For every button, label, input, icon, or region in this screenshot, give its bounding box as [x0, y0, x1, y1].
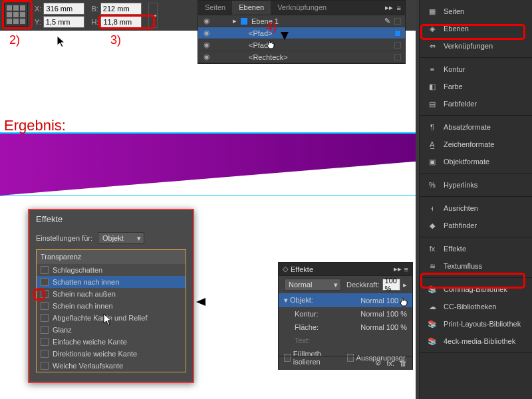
fx-icon: ◇ [283, 265, 288, 273]
effect-option[interactable]: Einfache weiche Kante [37, 336, 186, 348]
panel-item-commag-bibliothek[interactable]: 📚Commag-Bibliothek [420, 281, 532, 298]
color-icon: ◧ [426, 80, 438, 92]
effect-option[interactable]: Abgeflachte Kante und Relief [37, 312, 186, 324]
opacity-label: Deckkraft: [346, 281, 380, 289]
effect-option-label: Schlagschatten [53, 266, 102, 274]
panel-item-objektformate[interactable]: ▣Objektformate [420, 153, 532, 170]
x-label: X: [35, 5, 41, 13]
effect-option[interactable]: Schein nach außen [37, 288, 186, 300]
layers-panel: Seiten Ebenen Verknüpfungen ▸▸≡ ◉ ▸ Eben… [198, 0, 406, 64]
panel-item-label: Print-Layouts-Bibliothek [444, 320, 521, 328]
visibility-icon[interactable]: ◉ [202, 53, 211, 61]
panel-item-label: Zeichenformate [444, 140, 494, 148]
panel-item-farbfelder[interactable]: ▤Farbfelder [420, 95, 532, 112]
clear-fx-icon[interactable]: ⊘ [375, 358, 381, 367]
effect-checkbox[interactable] [41, 290, 49, 298]
trash-icon[interactable]: 🗑 [400, 359, 407, 367]
effect-checkbox[interactable] [41, 302, 49, 310]
effect-option-label: Direktionale weiche Kante [53, 350, 137, 358]
effect-checkbox[interactable] [41, 314, 49, 322]
fx-icon: fx [426, 243, 438, 255]
visibility-icon[interactable]: ◉ [202, 29, 211, 37]
effect-option[interactable]: Schatten nach innen [37, 276, 186, 288]
panel-item-textumfluss[interactable]: ≋Textumfluss [420, 257, 532, 275]
panel-item-seiten[interactable]: ▦Seiten [420, 3, 532, 20]
panel-item-absatzformate[interactable]: ¶Absatzformate [420, 118, 532, 136]
effect-option[interactable]: Glanz [37, 324, 186, 336]
y-field[interactable]: 1,5 mm [43, 16, 84, 28]
panel-item-zeichenformate[interactable]: A̲Zeichenformate [420, 136, 532, 153]
effect-option[interactable]: Schein nach innen [37, 300, 186, 312]
lib-icon: 📚 [426, 283, 438, 295]
effect-option[interactable]: Schlagschatten [37, 264, 186, 276]
reference-point-grid[interactable] [4, 3, 28, 27]
panel-collapse-icon[interactable]: ▸▸ [394, 265, 402, 273]
panel-item-label: Verknüpfungen [444, 42, 493, 50]
panel-item-label: Farbfelder [444, 100, 477, 108]
tab-ebenen[interactable]: Ebenen [232, 1, 271, 15]
purple-gradient-shape [0, 132, 416, 196]
panel-item-cc-bibliotheken[interactable]: ☁CC-Bibliotheken [420, 298, 532, 315]
opacity-slider-icon[interactable]: ▸ [403, 281, 407, 289]
result-label: Ergebnis: [4, 117, 66, 134]
obj-icon: ▣ [426, 156, 438, 168]
h-field[interactable]: 11,8 mm [100, 16, 142, 28]
effect-option-label: Schein nach außen [53, 290, 116, 298]
right-panel-dock: ▦Seiten◈Ebenen⇔Verknüpfungen≡Kontur◧Farb… [419, 0, 532, 399]
links-icon: ⇔ [426, 40, 438, 52]
effects-list: Transparenz SchlagschattenSchatten nach … [36, 249, 186, 372]
panel-item-label: Effekte [444, 245, 466, 253]
panel-item-4eck-media-bibliothek[interactable]: 📚4eck-media-Bibliothek [420, 332, 532, 350]
effect-checkbox[interactable] [41, 326, 49, 334]
effect-option[interactable]: Weiche Verlaufskante [37, 360, 186, 372]
panel-item-ebenen[interactable]: ◈Ebenen [420, 20, 532, 37]
panel-item-label: Kontur [444, 65, 465, 73]
effect-checkbox[interactable] [41, 350, 49, 358]
fx-menu-icon[interactable]: fx. [386, 359, 394, 367]
panel-item-farbe[interactable]: ◧Farbe [420, 78, 532, 95]
cc-icon: ☁ [426, 301, 438, 313]
object-effects-row[interactable]: ▾ Objekt: Normal 100 % [279, 293, 412, 307]
panel-item-label: Textumfluss [444, 262, 482, 270]
layer-row[interactable]: ◉ <Rechteck> [198, 51, 405, 63]
layer-row[interactable]: ◉ ▸ Ebene 1 ✎ [198, 15, 405, 27]
panel-item-kontur[interactable]: ≡Kontur [420, 61, 532, 78]
tab-verknuepfungen[interactable]: Verknüpfungen [271, 1, 333, 15]
visibility-icon[interactable]: ◉ [202, 17, 211, 25]
category-transparency[interactable]: Transparenz [37, 250, 186, 264]
settings-for-label: Einstellungen für: [36, 234, 92, 242]
effect-checkbox[interactable] [41, 362, 49, 370]
panel-item-label: Absatzformate [444, 123, 491, 131]
settings-for-dropdown[interactable]: Objekt [98, 232, 144, 244]
layer-row[interactable]: ◉ <Pfad> [198, 27, 405, 39]
swatch-icon: ▤ [426, 98, 438, 110]
blend-mode-dropdown[interactable]: Normal [284, 279, 341, 291]
panel-item-label: Pathfinder [444, 221, 477, 229]
panel-item-verknüpfungen[interactable]: ⇔Verknüpfungen [420, 37, 532, 55]
panel-item-effekte[interactable]: fxEffekte [420, 240, 532, 257]
effect-checkbox[interactable] [41, 266, 49, 274]
x-field[interactable]: 316 mm [43, 3, 84, 15]
pages-icon: ▦ [426, 5, 438, 17]
effect-checkbox[interactable] [41, 278, 49, 286]
layer-row[interactable]: ◉ <Pfad> [198, 39, 405, 51]
panel-menu-icon[interactable]: ≡ [397, 4, 401, 12]
tab-seiten[interactable]: Seiten [198, 1, 232, 15]
panel-item-print-layouts-bibliothek[interactable]: 📚Print-Layouts-Bibliothek [420, 315, 532, 332]
panel-menu-icon[interactable]: ≡ [404, 265, 408, 273]
link-wh-icon[interactable]: ⊶ [148, 3, 158, 28]
panel-collapse-icon[interactable]: ▸▸ [385, 3, 393, 12]
panel-item-ausrichten[interactable]: ⫞Ausrichten [420, 200, 532, 217]
panel-item-label: CC-Bibliotheken [444, 303, 496, 311]
opacity-field[interactable]: 100 % [382, 279, 400, 291]
visibility-icon[interactable]: ◉ [202, 41, 211, 49]
effect-checkbox[interactable] [41, 338, 49, 346]
effect-option[interactable]: Direktionale weiche Kante [37, 348, 186, 360]
panel-item-pathfinder[interactable]: ◆Pathfinder [420, 217, 532, 234]
stroke-icon: ≡ [426, 63, 438, 75]
w-field[interactable]: 212 mm [100, 3, 142, 15]
panel-item-hyperlinks[interactable]: %Hyperlinks [420, 176, 532, 194]
annotation-4: 4) [266, 20, 277, 34]
panel-item-label: Commag-Bibliothek [444, 285, 507, 293]
lib-icon: 📚 [426, 335, 438, 347]
